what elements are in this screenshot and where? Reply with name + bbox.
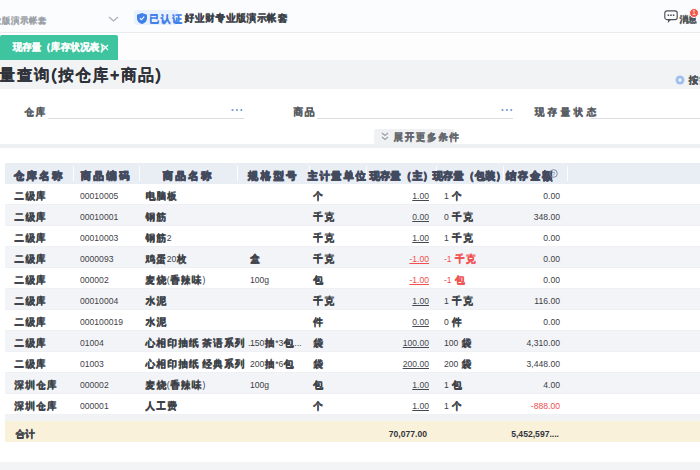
svg-text:?: ? (552, 170, 555, 176)
